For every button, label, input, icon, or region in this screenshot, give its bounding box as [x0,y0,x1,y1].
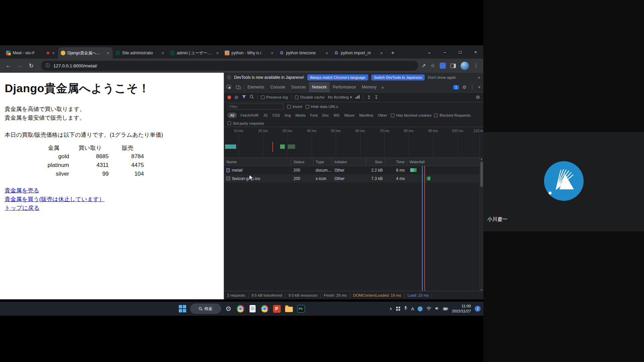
tab-close-icon[interactable]: × [270,51,274,56]
dont-show-again-button[interactable]: Don't show again [428,75,456,79]
tab-close-icon[interactable]: × [379,51,383,56]
match-language-button[interactable]: Always match Chrome's language [307,74,368,80]
hide-data-urls-checkbox[interactable]: Hide data URLs [306,105,338,109]
chip-fetch-xhr[interactable]: Fetch/XHR [239,113,260,118]
maximize-button[interactable]: □ [452,45,468,59]
start-button[interactable] [178,304,187,313]
tab-sources[interactable]: Sources [288,82,309,92]
powerpoint-app-icon[interactable]: P [272,304,281,313]
has-blocked-cookies-checkbox[interactable]: Has blocked cookies [391,113,431,117]
device-toolbar-icon[interactable] [233,82,243,92]
throttling-select[interactable]: No throttling ▾ [328,95,352,100]
issues-badge[interactable]: 1 [453,85,459,89]
request-row-favicon[interactable]: favicon-gold.ico 200 x-icon Other 7.3 kB… [224,174,479,183]
notification-count-badge[interactable]: 2 [475,306,481,312]
browser-app-icon[interactable] [260,304,269,313]
devtools-menu-icon[interactable]: ⋮ [470,84,475,90]
request-row-metal[interactable]: metal/ 200 docum… Other 2.2 kB 6 ms [224,166,479,174]
chip-ws[interactable]: WS [332,113,340,118]
record-icon[interactable] [227,96,231,99]
share-icon[interactable]: ↗ [422,63,426,69]
import-har-icon[interactable]: ↥ [367,95,371,100]
network-conditions-icon[interactable] [355,95,360,100]
new-tab-button[interactable]: + [388,48,397,58]
tab-close-icon[interactable]: × [325,51,329,56]
browser-tab-google-timezone[interactable]: G python timezone × [277,47,331,59]
tab-close-icon[interactable]: × [106,51,110,56]
col-status[interactable]: Status [291,158,313,166]
chip-doc[interactable]: Doc [321,113,330,118]
browser-menu-icon[interactable]: ⋮ [474,63,479,69]
disable-cache-checkbox[interactable]: Disable cache [295,95,324,99]
browser-tab-meet[interactable]: Meet - vio-rf × [3,47,58,59]
inspect-element-icon[interactable] [224,82,233,92]
devtools-settings-icon[interactable]: ⚙ [462,84,467,90]
infobar-close-icon[interactable]: × [478,75,480,80]
blocked-requests-checkbox[interactable]: Blocked Requests [434,113,471,117]
tab-console[interactable]: Console [267,82,288,92]
col-type[interactable]: Type [313,158,332,166]
battery-icon[interactable] [443,306,448,312]
browser-tab-django-metal[interactable]: Django貴金属へ… × [58,47,113,59]
chip-font[interactable]: Font [309,113,319,118]
scrollbar-thumb[interactable] [480,162,483,187]
search-icon[interactable] [250,95,254,100]
col-name[interactable]: Name [224,158,291,166]
switch-japanese-button[interactable]: Switch DevTools to Japanese [371,74,425,80]
invert-checkbox[interactable]: Invert [287,105,302,109]
tab-close-icon[interactable]: × [51,51,55,56]
scrollbar[interactable]: ▲ ▼ [479,158,483,291]
chip-all[interactable]: All [227,113,237,118]
chip-manifest[interactable]: Manifest [358,113,374,118]
chip-other[interactable]: Other [377,113,388,118]
more-tabs-icon[interactable]: » [379,82,386,92]
tab-network[interactable]: Network [309,82,330,92]
tab-close-icon[interactable]: × [215,51,219,56]
third-party-checkbox[interactable]: 3rd-party requests [227,121,264,125]
preserve-log-checkbox[interactable]: Preserve log [261,95,288,99]
volume-icon[interactable] [435,306,439,312]
col-size[interactable]: Size [366,158,385,166]
notepad-app-icon[interactable] [248,304,257,313]
back-to-top-link[interactable]: トップに戻る [5,204,40,213]
buy-metal-link[interactable]: 貴金属を買う(販売は休止しています） [5,195,105,204]
browser-tab-admin-users[interactable]: admin | ユーザー… × [167,47,222,59]
chip-css[interactable]: CSS [271,113,281,118]
col-waterfall[interactable]: Waterfall [407,158,479,166]
scroll-down-icon[interactable]: ▼ [480,289,483,291]
network-overview-timeline[interactable]: 10 ms 20 ms 30 ms 40 ms 50 ms 60 ms 70 m… [224,127,483,158]
microphone-icon[interactable] [404,306,408,312]
export-har-icon[interactable]: ↧ [374,95,378,100]
taskbar-search[interactable]: 検索 [190,304,221,314]
wifi-icon[interactable] [426,306,431,312]
browser-tab-google-import[interactable]: G python import_m × [331,47,386,59]
reload-button[interactable]: ↻ [26,61,36,71]
browser-tab-site-admin[interactable]: Site administratio × [113,47,167,59]
file-explorer-icon[interactable] [284,304,293,313]
forward-button[interactable]: → [15,61,25,71]
tab-memory[interactable]: Memory [359,82,379,92]
chip-media[interactable]: Media [294,113,307,118]
site-info-icon[interactable]: ⓘ [46,63,50,69]
clear-icon[interactable]: ⊘ [234,95,238,100]
side-panel-icon[interactable] [450,64,456,68]
extension-icon[interactable] [440,63,446,69]
ime-indicator[interactable]: A [411,306,414,311]
scroll-up-icon[interactable]: ▲ [480,158,483,160]
tab-elements[interactable]: Elements [245,82,267,92]
col-initiator[interactable]: Initiator [332,158,366,166]
chat-app-icon[interactable] [418,306,423,311]
profile-avatar[interactable] [461,62,469,70]
browser-tab-stackoverflow[interactable]: python - Why is i × [222,47,277,59]
close-window-button[interactable]: × [468,45,483,59]
minimize-button[interactable]: – [437,45,452,59]
devtools-close-icon[interactable]: × [478,84,481,90]
hidden-icons-chevron[interactable]: ∧ [389,306,392,311]
col-time[interactable]: Time [385,158,407,166]
network-settings-icon[interactable]: ⚙ [476,95,480,100]
back-button[interactable]: ← [3,61,13,71]
tab-close-icon[interactable]: × [161,51,165,56]
filter-input[interactable] [227,104,284,110]
filter-funnel-icon[interactable] [242,95,246,100]
settings-app-icon[interactable]: ⚙ [224,304,233,313]
